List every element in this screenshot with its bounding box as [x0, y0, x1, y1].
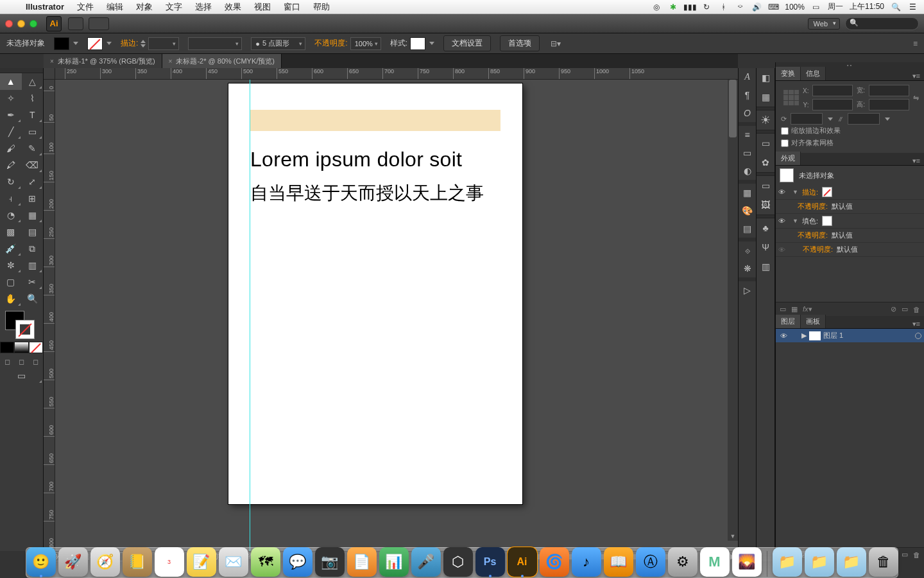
dock-illustrator[interactable]: Ai [508, 547, 537, 577]
graphic-style-menu[interactable] [429, 42, 434, 45]
blob-brush-tool[interactable]: 🖍 [0, 157, 22, 173]
fill-swatch-menu[interactable] [73, 42, 78, 45]
dock-messages[interactable]: 💬 [283, 547, 312, 577]
paintbrush-tool[interactable]: 🖌 [0, 140, 22, 157]
close-tab-icon[interactable]: × [169, 58, 173, 65]
artboard-tool[interactable]: ▢ [0, 274, 22, 290]
menu-help[interactable]: 帮助 [307, 1, 336, 13]
swatches-panel-icon[interactable]: ▦ [739, 184, 756, 202]
tab-layers[interactable]: 图层 [776, 315, 801, 328]
paragraph-panel-icon[interactable]: ¶ [739, 86, 756, 104]
menu-effect[interactable]: 效果 [218, 1, 248, 13]
dock-pages[interactable]: 📄 [347, 547, 377, 577]
menu-select[interactable]: 选择 [189, 1, 218, 13]
dock-notes[interactable]: 📝 [187, 547, 216, 577]
magic-wand-tool[interactable]: ✧ [0, 90, 22, 107]
mesh-tool[interactable]: ▩ [0, 223, 22, 240]
dock-folder-3[interactable]: 📁 [837, 547, 866, 577]
visibility-icon[interactable]: 👁 [778, 188, 789, 196]
opacity-field[interactable]: 100% [350, 37, 381, 50]
add-effect-icon[interactable]: fx▾ [803, 305, 812, 313]
canvas[interactable]: Lorem ipsum dolor soit 自当早送于天而授以天上之事 ▲ ▼ [55, 80, 738, 551]
scale-tool[interactable]: ⤢ [22, 173, 44, 190]
battery-status-icon[interactable]: ▮▮▮ [685, 2, 695, 12]
dock-facetime[interactable]: 📷 [315, 547, 345, 577]
css-panel-icon[interactable]: ♣ [757, 218, 774, 238]
dock-folder-1[interactable]: 📁 [773, 547, 802, 577]
height-field[interactable] [869, 99, 909, 110]
draw-inside-icon[interactable]: ◻ [29, 356, 43, 367]
color-guide-panel-icon[interactable]: ◧ [757, 68, 774, 87]
zoom-window-button[interactable] [30, 20, 37, 28]
disclosure-icon[interactable]: ▼ [792, 189, 798, 195]
opentype-panel-icon[interactable]: O [739, 104, 756, 122]
eyedropper-tool[interactable]: 💉 [0, 240, 22, 257]
arrange-docs-button[interactable] [89, 17, 109, 30]
line-tool[interactable]: ╱ [0, 123, 22, 140]
width-tool[interactable]: ⫞ [0, 190, 22, 207]
color-panel-icon[interactable]: 🎨 [739, 202, 756, 220]
stroke-swatch-small[interactable] [822, 187, 832, 197]
spotlight-icon[interactable]: 🔍 [891, 2, 901, 12]
menu-extras-icon[interactable]: ☰ [907, 2, 918, 12]
appearance-opacity-row[interactable]: 👁 不透明度: 默认值 [776, 243, 924, 257]
type-tool[interactable]: T [22, 107, 44, 123]
align-to-button[interactable]: ⊟▾ [549, 38, 563, 49]
dock-unity[interactable]: ⬡ [443, 547, 473, 577]
menu-window[interactable]: 窗口 [277, 1, 307, 13]
appearance-panel-icon[interactable]: ▦ [757, 87, 774, 107]
stroke-swatch-menu[interactable] [107, 42, 112, 45]
appearance-fill-opacity-row[interactable]: 不透明度: 默认值 [776, 229, 924, 243]
bluetooth-icon[interactable]: ᚼ [718, 2, 728, 12]
draw-behind-icon[interactable]: ◻ [14, 356, 28, 367]
search-help-field[interactable] [845, 17, 919, 30]
eraser-tool[interactable]: ⌫ [22, 157, 44, 173]
x-field[interactable] [812, 85, 853, 96]
rotate-menu[interactable] [828, 118, 833, 121]
menubar-day[interactable]: 周一 [828, 1, 843, 12]
rotate-field[interactable] [791, 113, 823, 125]
image-panel-icon[interactable]: 🖼 [757, 195, 774, 215]
ruler-origin[interactable] [44, 68, 55, 80]
fill-swatch[interactable] [54, 37, 69, 50]
rectangle-tool[interactable]: ▭ [22, 123, 44, 140]
menu-edit[interactable]: 编辑 [100, 1, 130, 13]
cc-icon[interactable]: ◎ [651, 2, 662, 12]
layer-target-icon[interactable] [915, 333, 921, 339]
fill-stroke-control[interactable] [0, 307, 43, 342]
fill-swatch-small[interactable] [822, 216, 832, 226]
shear-menu[interactable] [885, 118, 890, 121]
dock-photos[interactable]: 🌄 [732, 547, 762, 577]
brush-dropdown[interactable]: ● 5 点圆形 [251, 37, 305, 50]
lasso-tool[interactable]: ⌇ [22, 90, 44, 107]
shape-builder-tool[interactable]: ◔ [0, 207, 22, 223]
graphic-styles-panel-icon[interactable]: ▭ [757, 176, 774, 195]
layer-visibility-icon[interactable]: 👁 [778, 332, 789, 340]
tab-artboards[interactable]: 画板 [801, 315, 826, 328]
tab-info[interactable]: 信息 [801, 67, 826, 80]
transform-panel-icon[interactable]: ▭ [739, 144, 756, 162]
app-menu[interactable]: Illustrator [19, 2, 71, 12]
preferences-button[interactable]: 首选项 [500, 35, 540, 51]
tab-transform[interactable]: 变换 [776, 67, 801, 80]
layers-panel-menu-icon[interactable]: ▾≡ [909, 320, 924, 328]
menu-object[interactable]: 对象 [130, 1, 159, 13]
draw-normal-icon[interactable]: ◻ [0, 356, 14, 367]
input-icon[interactable]: ⌨ [768, 2, 778, 12]
graphic-style-swatch[interactable] [410, 37, 425, 50]
appearance-stroke-opacity-row[interactable]: 不透明度: 默认值 [776, 200, 924, 214]
doc-tab-1[interactable]: ×未标题-1* @ 375% (RGB/预览) [44, 54, 162, 68]
dock-folder-2[interactable]: 📁 [805, 547, 834, 577]
close-window-button[interactable] [5, 20, 13, 28]
stroke-box[interactable] [15, 320, 35, 339]
appearance-panel-menu-icon[interactable]: ▾≡ [909, 157, 924, 165]
dock-finder[interactable]: 🙂 [26, 547, 56, 577]
artwork-text-1[interactable]: Lorem ipsum dolor soit [250, 148, 462, 171]
brushes-panel-icon[interactable]: ▷ [739, 281, 756, 299]
stroke-weight-field[interactable] [148, 37, 179, 50]
symbols-panel-icon[interactable]: ✿ [757, 153, 774, 172]
minimize-window-button[interactable] [17, 20, 25, 28]
rotate-tool[interactable]: ↻ [0, 173, 22, 190]
menu-file[interactable]: 文件 [71, 1, 100, 13]
scale-strokes-checkbox[interactable]: 缩放描边和效果 [781, 125, 919, 137]
